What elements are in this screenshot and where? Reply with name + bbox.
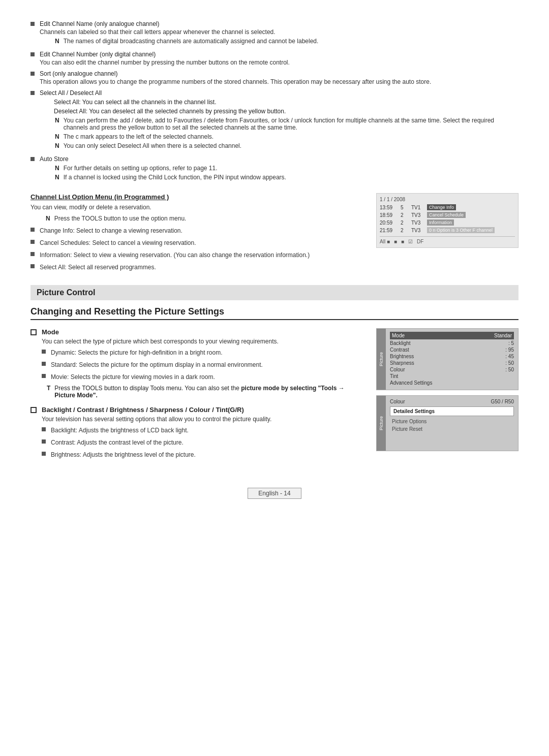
bullet-sort-content: Sort (only analogue channel) This operat… [40,70,518,85]
bullet-square-icon [30,240,35,244]
channel-name-4: TV3 [411,228,424,233]
mode-content: Mode You can select the type of picture … [42,328,361,401]
note-text-auto-store-2: If a channel is locked using the Child L… [64,174,286,181]
backlight-bullet-1: Backlight: Adjusts the brightness of LCD… [42,426,361,434]
note-text-auto-store-1: For further details on setting up option… [64,165,218,172]
channel-bullets: Change Info: Select to change a viewing … [30,226,361,271]
backlight-bullet-1-text: Backlight: Adjusts the brightness of LCD… [51,427,189,434]
footer-item-3: ■ [401,239,404,244]
footer-item-all: All ■ [380,239,390,244]
edit-channel-number-title: Edit Channel Number (only digital channe… [40,51,518,58]
note-auto-store-1: N For further details on setting up opti… [55,165,518,172]
mode-desc: You can select the type of picture which… [42,338,361,345]
tv-panel2-spacer [390,432,514,448]
note-n: N [55,165,59,172]
tv-row-colour: Colour : 50 [390,367,514,372]
backlight-bullet-3-text: Brightness: Adjusts the brightness level… [51,451,196,458]
note-n: N [55,38,59,45]
channel-list-note-text: Press the TOOLS button to use the option… [54,215,187,222]
tv-panel-1-content: Mode Standar Backlight : 5 Contrast : 95… [386,329,518,390]
section-title-picture-control: Picture Control [30,285,518,300]
note-item-select-all-1: N You can perform the add / delete, add … [55,117,518,131]
mode-bullet-1-text: Dynamic: Selects the picture for high-de… [51,349,223,356]
tv-contrast-label: Contrast [390,347,409,353]
tv-panel2-g50r50: G50 / R50 [491,399,514,404]
tools-bold: picture mode by selecting "Tools → Pictu… [54,385,344,399]
tv-brightness-value: : 45 [505,354,514,359]
picture-text: Mode You can select the type of picture … [30,328,361,467]
tv-panel2-colour-row: Colour G50 / R50 [390,399,514,404]
detailed-settings-item: Detailed Settings [390,406,514,416]
mode-item: Mode You can select the type of picture … [30,328,361,401]
tv-panel2-colour-label: Colour [390,399,405,404]
tv-row-sharpness: Sharpness : 50 [390,360,514,366]
backlight-item: Backlight / Contrast / Brightness / Shar… [30,406,361,462]
tv-row-contrast: Contrast : 95 [390,347,514,353]
note-text: The names of digital broadcasting channe… [64,38,319,45]
deselect-all-sub2: Deselect All: You can deselect all the s… [54,108,286,115]
channel-tag-2: Cancel Schedule [427,212,466,218]
tv-row-advanced: Advanced Settings [390,380,514,386]
note-n: N [55,174,59,181]
backlight-bullet-2: Contrast: Adjusts the contrast level of … [42,438,361,446]
channel-bullet-2: Cancel Schedules: Select to cancel a vie… [30,238,361,246]
auto-store-title: Auto Store [40,155,518,163]
note-n: N [46,215,50,222]
channel-ch-4: 2 [401,228,408,233]
tv-tint-label: Tint [390,373,398,379]
tv-advanced-label: Advanced Settings [390,380,432,386]
picture-reset-item: Picture Reset [390,426,514,432]
channel-tag-1: Change Info [427,204,456,210]
note-n: N [55,133,59,140]
channel-bullet-4: Select All: Select all reserved programm… [30,263,361,271]
bullet-square-icon [42,374,46,378]
bullet-square-icon [30,228,35,232]
note-item: N The names of digital broadcasting chan… [55,38,518,45]
channel-time-1: 13:59 [380,205,398,210]
channel-ui-row-2: 18:59 2 TV3 Cancel Schedule [380,212,515,218]
picture-options-item: Picture Options [390,418,514,425]
channel-bullet-4-text: Select All: Select all reserved programm… [40,264,156,271]
channel-bullet-3: Information: Select to view a viewing re… [30,250,361,259]
tv-row-tint: Tint [390,373,514,379]
edit-channel-number-desc: You can also edit the channel number by … [40,59,518,66]
bullet-edit-channel-number: Edit Channel Number (only digital channe… [30,51,518,66]
edit-channel-name-title: Edit Channel Name (only analogue channel… [40,20,518,27]
channel-list-note: N Press the TOOLS button to use the opti… [46,215,361,222]
sort-title: Sort (only analogue channel) [40,70,518,77]
checkbox-mode [30,329,37,335]
note-n: N [55,142,59,149]
bullet-square-icon [42,439,46,444]
subsection-title-picture-settings: Changing and Resetting the Picture Setti… [30,306,518,320]
bullet-square-icon [30,157,35,161]
tv-row-backlight: Backlight : 5 [390,340,514,346]
note-text-select-all-1: You can perform the add / delete, add to… [64,117,518,131]
channel-time-3: 20:59 [380,220,398,226]
page-footer: English - 14 [30,488,518,499]
channel-list-section: Channel List Option Menu (in Programmed … [30,193,518,275]
top-section: Edit Channel Name (only analogue channel… [30,20,518,183]
bullet-square-icon [42,452,46,456]
footer-item-4: ☑ [408,239,413,244]
mode-bullet-3: Movie: Selects the picture for viewing m… [42,372,361,381]
tv-sharpness-label: Sharpness [390,360,414,366]
note-item-select-all-2: N The c mark appears to the left of the … [55,133,518,140]
bullet-square-icon [30,91,35,95]
tv-panel-2-content: Colour G50 / R50 Detailed Settings Pictu… [386,396,518,451]
channel-list-intro: You can view, modify or delete a reserva… [30,204,361,211]
tv-backlight-value: : 5 [508,340,514,346]
channel-ch-2: 2 [401,212,408,218]
backlight-bullet-3: Brightness: Adjusts the brightness level… [42,450,361,458]
tv-mode-label: Mode [392,333,405,338]
note-text-select-all-3: You can only select Deselect All when th… [64,142,241,149]
bullet-square-icon [30,72,35,76]
tv-brightness-label: Brightness [390,354,414,359]
channel-time-2: 18:59 [380,212,398,218]
bullet-edit-channel-name: Edit Channel Name (only analogue channel… [30,20,518,47]
picture-section: Mode You can select the type of picture … [30,328,518,467]
mode-bullet-2-text: Standard: Selects the picture for the op… [51,361,263,368]
tv-backlight-label: Backlight [390,340,411,346]
bullet-square-icon [42,350,46,354]
channel-ui-box: 1 / 1 / 2008 13:59 5 TV1 Change Info 18:… [376,193,518,248]
footer-text: English - 14 [258,490,290,497]
